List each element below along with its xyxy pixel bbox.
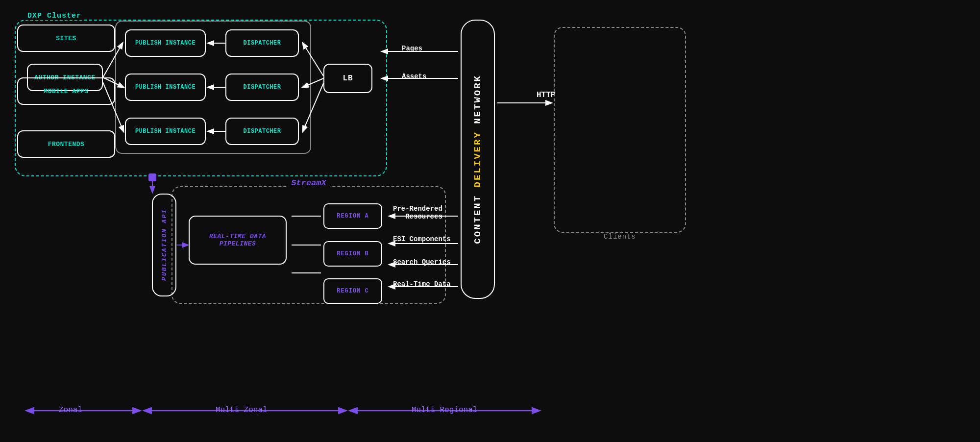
clients-label: Clients	[600, 233, 640, 241]
streamx-label: StreamX	[287, 178, 330, 188]
realtime-label: Real-Time Data	[393, 280, 451, 288]
cdn-box: Content Delivery Network	[461, 20, 495, 299]
publication-api-box: Publication API	[152, 194, 176, 296]
region-a-box: Region A	[323, 203, 382, 229]
esi-label: ESI Components	[393, 235, 451, 243]
diagram-container: DXP Cluster Author Instance Publish Inst…	[0, 0, 980, 442]
cdn-label: Content Delivery Network	[472, 74, 483, 244]
dispatcher-3: Dispatcher	[225, 118, 299, 145]
region-b-box: Region B	[323, 241, 382, 267]
publish-instance-1: Publish Instance	[125, 29, 206, 57]
rtdp-label: Real-Time DataPipelines	[209, 233, 266, 247]
lb-box: LB	[323, 64, 372, 93]
sites-box: Sites	[17, 25, 115, 52]
pre-rendered-label: Pre-RenderedResources	[393, 205, 442, 221]
zonal-label: Zonal	[59, 406, 82, 415]
multi-regional-label: Multi Regional	[412, 406, 477, 415]
mobile-apps-box: Mobile Apps	[17, 77, 115, 105]
rtdp-box: Real-Time DataPipelines	[189, 216, 287, 265]
frontends-box: Frontends	[17, 130, 115, 158]
dxp-cluster-label: DXP Cluster	[24, 12, 84, 20]
publish-instance-3: Publish Instance	[125, 118, 206, 145]
clients-box: Clients	[554, 27, 686, 233]
assets-label: Assets	[402, 73, 426, 80]
http-label: HTTP	[537, 91, 555, 99]
publish-instance-2: Publish Instance	[125, 74, 206, 101]
search-label: Search Queries	[393, 258, 451, 266]
publication-api-label: Publication API	[161, 209, 168, 281]
pages-label: Pages	[402, 45, 422, 52]
dispatcher-1: Dispatcher	[225, 29, 299, 57]
connector-dot	[148, 173, 156, 181]
cdn-delivery-word: Delivery	[472, 131, 483, 187]
region-c-box: Region C	[323, 278, 382, 304]
multi-zonal-label: Multi Zonal	[216, 406, 268, 415]
dispatcher-2: Dispatcher	[225, 74, 299, 101]
